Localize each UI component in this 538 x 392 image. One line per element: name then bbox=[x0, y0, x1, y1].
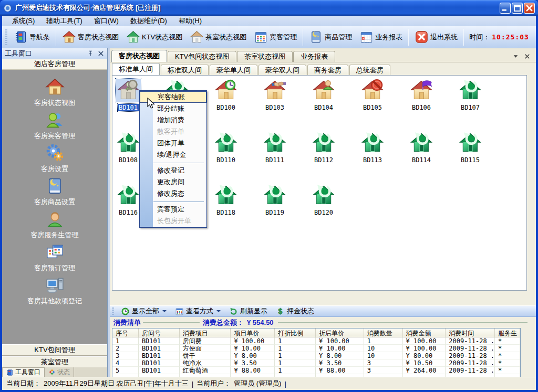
pin-icon[interactable] bbox=[87, 50, 94, 57]
sidebar-tab[interactable]: 工具窗口 bbox=[2, 367, 45, 377]
room-cell[interactable]: BD107 bbox=[446, 79, 494, 112]
column-header[interactable]: 消费时间 bbox=[446, 329, 495, 337]
menu-item[interactable]: 数据维护(D) bbox=[125, 16, 173, 26]
sidebar-item[interactable]: 客房服务生管理 bbox=[31, 209, 79, 242]
deposit-dollar-icon: $ bbox=[276, 307, 285, 316]
toolbar-button[interactable]: 茶室状态视图 bbox=[186, 29, 250, 45]
doc-tab[interactable]: 业务报表 bbox=[293, 51, 335, 62]
action-button[interactable]: 显示全部 bbox=[117, 306, 171, 316]
action-button[interactable]: $押金状态 bbox=[272, 306, 318, 316]
action-button[interactable]: 查看方式 bbox=[171, 306, 225, 316]
sidebar-item-tearoom-mgmt[interactable]: 茶室管理 bbox=[2, 356, 107, 368]
room-cell[interactable]: BD114 bbox=[397, 131, 446, 164]
table-row[interactable]: 4BD101纯净水¥ 3.501¥ 3.503¥ 10.502009-11-28… bbox=[112, 359, 520, 367]
close-button[interactable] bbox=[524, 3, 535, 14]
status-separator: | bbox=[192, 380, 193, 388]
sidebar-item[interactable]: 客房其他款项登记 bbox=[27, 276, 82, 309]
tearoom-status-house-icon bbox=[190, 30, 204, 44]
toolbar-button[interactable]: 业务报表 bbox=[356, 29, 406, 45]
room-label: BD110 bbox=[215, 156, 236, 164]
menu-item[interactable]: 辅助工具(T) bbox=[40, 16, 88, 26]
room-vacant-icon bbox=[116, 131, 141, 154]
sidebar-item[interactable]: 客房预订管理 bbox=[34, 242, 75, 276]
room-cell[interactable]: BD118 bbox=[202, 184, 250, 217]
room-cell[interactable]: BD105 bbox=[348, 79, 397, 112]
toolbar-button[interactable]: 客房状态视图 bbox=[58, 29, 122, 45]
column-header[interactable]: 消费金额 bbox=[403, 329, 446, 337]
sidebar-item[interactable]: 客房设置 bbox=[41, 143, 68, 176]
context-menu-item[interactable]: 修改登记 bbox=[140, 165, 206, 176]
room-type-tab[interactable]: 商务套房 bbox=[307, 65, 348, 75]
room-type-tab[interactable]: 标准单人间 bbox=[112, 63, 160, 75]
column-header[interactable]: 服务生 bbox=[495, 329, 520, 337]
room-type-tab[interactable]: 标准双人间 bbox=[161, 65, 209, 75]
toolbar-button[interactable]: 退出系统 bbox=[411, 29, 461, 45]
toolbar-button[interactable]: KTV状态视图 bbox=[122, 29, 186, 45]
sidebar-tab[interactable]: 状态 bbox=[45, 367, 74, 377]
column-header[interactable]: 折后单价 bbox=[316, 329, 364, 337]
context-menu-item[interactable]: 续/退押金 bbox=[140, 149, 206, 161]
gears-icon bbox=[45, 143, 65, 163]
toolbar-button[interactable]: 宾客管理 bbox=[250, 29, 301, 45]
room-cell[interactable]: BD111 bbox=[251, 131, 299, 164]
room-context-menu: 宾客结账部分结账增加消费散客开单团体开单续/退押金修改登记更改房间修改房态宾客预… bbox=[139, 90, 207, 228]
room-type-tab[interactable]: 总统套房 bbox=[349, 65, 390, 75]
context-menu-item[interactable]: 修改房态 bbox=[140, 188, 206, 199]
menu-item[interactable]: 窗口(W) bbox=[88, 16, 125, 26]
room-cell[interactable]: BD100 bbox=[202, 79, 250, 112]
chevron-down-icon[interactable] bbox=[512, 53, 519, 60]
context-menu-item[interactable]: 增加消费 bbox=[140, 114, 206, 126]
table-cell: 10 bbox=[364, 345, 403, 352]
room-vacant-icon bbox=[262, 184, 287, 207]
room-label: BD120 bbox=[313, 209, 334, 216]
column-header[interactable]: 项目单价 bbox=[231, 329, 275, 337]
table-row[interactable]: 2BD101方便面¥ 10.001¥ 10.0010¥ 100.002009-1… bbox=[112, 345, 520, 352]
sidebar-group-header[interactable]: 酒店客房管理 bbox=[2, 59, 107, 70]
table-row[interactable]: 5BD101红葡萄酒¥ 88.001¥ 88.003¥ 264.002009-1… bbox=[112, 367, 520, 374]
close-icon[interactable] bbox=[97, 50, 105, 57]
minimize-button[interactable] bbox=[500, 3, 511, 14]
room-cell[interactable]: BD119 bbox=[251, 184, 299, 217]
toolbar-grip[interactable] bbox=[5, 29, 7, 45]
doc-tab[interactable]: 茶室状态视图 bbox=[237, 51, 293, 62]
room-cell[interactable]: BD110 bbox=[202, 131, 250, 164]
column-header[interactable]: 消费数量 bbox=[364, 329, 403, 337]
context-menu-item[interactable]: 更改房间 bbox=[140, 176, 206, 188]
column-header[interactable]: 房间号 bbox=[139, 329, 180, 337]
context-menu-item[interactable]: 团体开单 bbox=[140, 137, 206, 149]
column-header[interactable]: 打折比例 bbox=[275, 329, 316, 337]
application-window: 广州爱启迪技术有限公司-酒店管理系统 [已注册] 系统(S)辅助工具(T)窗口(… bbox=[0, 0, 538, 392]
table-row[interactable]: 1BD101房间费¥ 100.001¥ 100.001¥ 100.002009-… bbox=[112, 337, 520, 345]
close-tab-icon[interactable] bbox=[524, 53, 531, 60]
room-type-tab[interactable]: 豪华单人间 bbox=[210, 65, 257, 75]
context-menu-item[interactable]: 宾客预定 bbox=[140, 204, 206, 215]
status-triangles-icon bbox=[48, 368, 56, 376]
menu-item[interactable]: 系统(S) bbox=[6, 16, 40, 26]
sidebar-item-ktv-mgmt[interactable]: KTV包间管理 bbox=[2, 344, 107, 356]
menu-item[interactable]: 帮助(H) bbox=[173, 16, 208, 26]
toolbar-button[interactable]: 商品管理 bbox=[305, 29, 356, 45]
sidebar-item[interactable]: 客房状态视图 bbox=[34, 77, 75, 110]
sidebar-item-label: 客房宾客管理 bbox=[34, 131, 75, 141]
room-type-tab[interactable]: 豪华双人间 bbox=[258, 65, 306, 75]
column-header[interactable]: 消费项目 bbox=[180, 329, 231, 337]
sidebar-item-label: 客房状态视图 bbox=[34, 98, 75, 108]
room-cell[interactable]: BD120 bbox=[299, 184, 348, 217]
room-cell[interactable]: BD113 bbox=[348, 131, 397, 164]
room-cell[interactable]: BD112 bbox=[299, 131, 348, 164]
sidebar-item[interactable]: 客房宾客管理 bbox=[34, 110, 75, 143]
room-cell[interactable]: BD103 bbox=[251, 79, 299, 112]
maximize-button[interactable] bbox=[512, 3, 523, 14]
room-cell[interactable]: BD115 bbox=[446, 131, 494, 164]
toolbar-button[interactable]: 导航条 bbox=[10, 29, 54, 45]
table-row[interactable]: 3BD101饼干¥ 8.001¥ 8.0010¥ 80.002009-11-28… bbox=[112, 352, 520, 359]
room-cell[interactable]: BD104 bbox=[299, 79, 348, 112]
room-cell[interactable]: BD106 bbox=[397, 79, 446, 112]
toolbar-grip[interactable] bbox=[112, 308, 114, 315]
column-header[interactable]: 序号 bbox=[112, 329, 139, 337]
room-label: BD116 bbox=[118, 209, 139, 216]
sidebar-item[interactable]: 客房商品设置 bbox=[34, 176, 75, 209]
doc-tab[interactable]: KTV包间状态视图 bbox=[168, 51, 236, 62]
action-button[interactable]: 刷新显示 bbox=[225, 306, 272, 316]
doc-tab[interactable]: 客房状态视图 bbox=[111, 50, 167, 62]
